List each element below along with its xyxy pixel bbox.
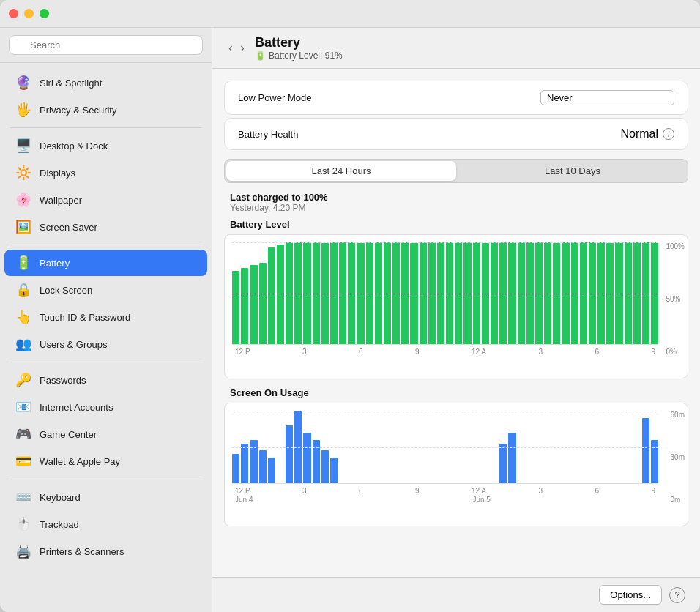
divider-after-wallet bbox=[10, 479, 201, 479]
sidebar: ⌕ 🔮 Siri & Spotlight 🖐️ Privacy & Securi… bbox=[0, 28, 212, 612]
sidebar-item-printers[interactable]: 🖨️ Printers & Scanners bbox=[4, 538, 207, 564]
sidebar-item-users-groups[interactable]: 👥 Users & Groups bbox=[4, 331, 207, 357]
screen-bar-3 bbox=[259, 450, 267, 483]
sidebar-item-desktop-dock[interactable]: 🖥️ Desktop & Dock bbox=[4, 133, 207, 159]
sidebar-item-battery[interactable]: 🔋 Battery bbox=[4, 250, 207, 276]
sidebar-icon-game-center: 🎮 bbox=[15, 425, 32, 443]
sidebar-label-privacy-security: Privacy & Security bbox=[40, 105, 116, 116]
sidebar-icon-desktop-dock: 🖥️ bbox=[15, 137, 32, 154]
sidebar-item-screen-saver[interactable]: 🖼️ Screen Saver bbox=[4, 214, 207, 240]
options-button[interactable]: Options... bbox=[599, 585, 662, 605]
sidebar-label-touch-id: Touch ID & Password bbox=[40, 312, 130, 323]
sidebar-label-wallet: Wallet & Apple Pay bbox=[40, 456, 120, 467]
search-input[interactable] bbox=[9, 35, 203, 55]
screen-bar-0 bbox=[232, 454, 239, 483]
settings-group-power: Low Power Mode Never Always Only on Batt… bbox=[224, 81, 688, 115]
sidebar-label-internet-accounts: Internet Accounts bbox=[40, 402, 113, 413]
sidebar-label-users-groups: Users & Groups bbox=[40, 339, 107, 350]
screen-bar-8 bbox=[303, 433, 310, 483]
screen-bar-1 bbox=[241, 444, 248, 483]
detail-title-section: Battery 🔋 Battery Level: 91% bbox=[255, 35, 343, 61]
sidebar-icon-wallet: 💳 bbox=[15, 452, 32, 470]
sidebar-icon-touch-id: 👆 bbox=[15, 308, 32, 326]
sidebar-label-game-center: Game Center bbox=[40, 429, 97, 440]
tab-switcher: Last 24 Hours Last 10 Days bbox=[224, 159, 688, 183]
screen-bar-10 bbox=[321, 450, 329, 483]
maximize-button[interactable] bbox=[40, 9, 49, 18]
sidebar-item-trackpad[interactable]: 🖱️ Trackpad bbox=[4, 511, 207, 537]
sidebar-item-lock-screen[interactable]: 🔒 Lock Screen bbox=[4, 277, 207, 303]
forward-arrow[interactable]: › bbox=[239, 40, 246, 56]
sidebar-label-wallpaper: Wallpaper bbox=[40, 195, 82, 206]
sidebar-item-touch-id[interactable]: 👆 Touch ID & Password bbox=[4, 304, 207, 330]
sidebar-label-battery: Battery bbox=[40, 258, 70, 269]
screen-bar-6 bbox=[286, 425, 293, 483]
sidebar-item-game-center[interactable]: 🎮 Game Center bbox=[4, 421, 207, 447]
low-power-mode-select[interactable]: Never Always Only on Battery When Batter… bbox=[540, 90, 674, 105]
battery-bar-3 bbox=[259, 263, 267, 344]
screen-bar-9 bbox=[313, 440, 320, 483]
charged-info: Last charged to 100% Yesterday, 4:20 PM bbox=[212, 192, 700, 219]
traffic-lights bbox=[9, 9, 49, 18]
sidebar-icon-screen-saver: 🖼️ bbox=[15, 218, 32, 236]
tab-10d[interactable]: Last 10 Days bbox=[458, 160, 688, 182]
screen-bar-47 bbox=[651, 440, 658, 483]
battery-chart-title: Battery Level bbox=[224, 219, 688, 230]
screen-x-labels: 12 P 3 6 9 12 A 3 6 9 bbox=[232, 487, 658, 495]
divider-after-users-groups bbox=[10, 362, 201, 362]
screen-bar-30 bbox=[499, 444, 507, 483]
info-icon[interactable]: i bbox=[663, 128, 674, 140]
screen-y-labels: 60m 30m 0m bbox=[671, 411, 685, 504]
tab-switcher-wrapper: Last 24 Hours Last 10 Days bbox=[212, 159, 700, 183]
titlebar bbox=[0, 0, 700, 28]
dashed-mid-s bbox=[232, 447, 658, 448]
sidebar-item-passwords[interactable]: 🔑 Passwords bbox=[4, 367, 207, 393]
tab-24h[interactable]: Last 24 Hours bbox=[226, 161, 456, 181]
main-content: ⌕ 🔮 Siri & Spotlight 🖐️ Privacy & Securi… bbox=[0, 28, 700, 612]
sidebar-label-printers: Printers & Scanners bbox=[40, 546, 124, 557]
battery-chart-wrapper: 100% 50% 0% 12 P 3 6 bbox=[224, 234, 688, 378]
detail-panel: ‹ › Battery 🔋 Battery Level: 91% Low Pow… bbox=[212, 28, 700, 612]
sidebar-icon-battery: 🔋 bbox=[15, 254, 32, 272]
low-power-mode-row: Low Power Mode Never Always Only on Batt… bbox=[225, 81, 688, 114]
battery-bar-1 bbox=[241, 268, 248, 344]
back-arrow[interactable]: ‹ bbox=[227, 40, 234, 56]
minimize-button[interactable] bbox=[24, 9, 34, 18]
sidebar-items: 🔮 Siri & Spotlight 🖐️ Privacy & Security… bbox=[0, 63, 212, 571]
battery-health-row: Battery Health Normal i bbox=[225, 119, 688, 149]
detail-subtitle: 🔋 Battery Level: 91% bbox=[255, 51, 343, 61]
bottom-bar: Options... ? bbox=[212, 577, 700, 612]
sidebar-item-siri-spotlight[interactable]: 🔮 Siri & Spotlight bbox=[4, 70, 207, 96]
close-button[interactable] bbox=[9, 9, 18, 18]
sidebar-label-screen-saver: Screen Saver bbox=[40, 222, 97, 233]
sidebar-label-desktop-dock: Desktop & Dock bbox=[40, 141, 108, 152]
sidebar-item-keyboard[interactable]: ⌨️ Keyboard bbox=[4, 484, 207, 510]
sidebar-item-wallet[interactable]: 💳 Wallet & Apple Pay bbox=[4, 448, 207, 474]
search-container: ⌕ bbox=[0, 28, 212, 63]
sidebar-item-internet-accounts[interactable]: 📧 Internet Accounts bbox=[4, 394, 207, 420]
sidebar-label-lock-screen: Lock Screen bbox=[40, 285, 92, 296]
sidebar-item-wallpaper[interactable]: 🌸 Wallpaper bbox=[4, 187, 207, 213]
sidebar-icon-privacy-security: 🖐️ bbox=[15, 101, 32, 119]
charged-time: Yesterday, 4:20 PM bbox=[230, 203, 682, 213]
nav-arrows: ‹ › bbox=[227, 40, 246, 56]
main-window: ⌕ 🔮 Siri & Spotlight 🖐️ Privacy & Securi… bbox=[0, 0, 700, 612]
settings-group-health: Battery Health Normal i bbox=[224, 118, 688, 150]
sidebar-icon-internet-accounts: 📧 bbox=[15, 398, 32, 416]
battery-bar-4 bbox=[268, 247, 275, 344]
search-wrapper: ⌕ bbox=[9, 35, 203, 55]
battery-icon: 🔋 bbox=[255, 51, 266, 61]
sidebar-icon-lock-screen: 🔒 bbox=[15, 281, 32, 299]
sidebar-label-passwords: Passwords bbox=[40, 375, 86, 386]
help-button[interactable]: ? bbox=[669, 587, 685, 603]
battery-chart-container: Battery Level 100% 50% 0% bbox=[212, 219, 700, 378]
detail-body: Low Power Mode Never Always Only on Batt… bbox=[212, 69, 700, 577]
sidebar-icon-displays: 🔆 bbox=[15, 164, 32, 182]
battery-health-text: Normal bbox=[620, 127, 658, 141]
battery-health-label: Battery Health bbox=[238, 129, 298, 140]
battery-chart-area bbox=[232, 242, 658, 345]
screen-bar-2 bbox=[250, 440, 257, 483]
sidebar-item-displays[interactable]: 🔆 Displays bbox=[4, 160, 207, 186]
detail-header: ‹ › Battery 🔋 Battery Level: 91% bbox=[212, 28, 700, 69]
sidebar-item-privacy-security[interactable]: 🖐️ Privacy & Security bbox=[4, 97, 207, 123]
